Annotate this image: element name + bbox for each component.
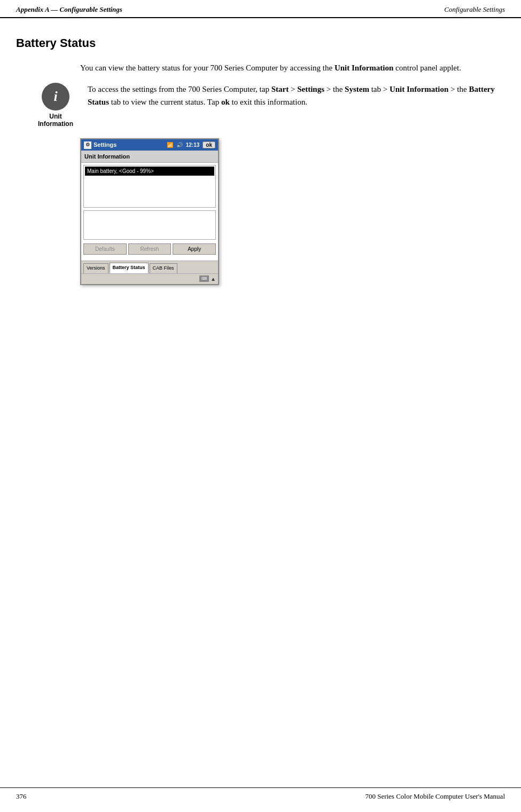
speaker-icon: 🔊 [176,141,183,149]
intro-text2: control panel applet. [393,64,461,72]
apply-button[interactable]: Apply [173,243,216,255]
ce-titlebar-right: 📶 🔊 12:13 ok [167,141,215,149]
defaults-button[interactable]: Defaults [83,243,127,255]
page-content: Battery Status You can view the battery … [0,18,521,301]
ce-buttons-row: Defaults Refresh Apply [83,242,216,256]
note7: to exit this information. [230,98,307,106]
info-icon-label: Unit Information [38,113,73,128]
scroll-up-icon: ▲ [211,275,216,283]
ce-listbox[interactable]: Main battery, <Good - 99%> [83,165,216,208]
note-bold2: Settings [297,85,324,93]
intro-bold1: Unit Information [335,64,393,72]
tab-versions[interactable]: Versions [83,263,108,273]
footer-page-number: 376 [16,791,27,802]
icon-label-line2: Information [38,120,73,128]
note-bold4: Unit Information [390,85,448,93]
ce-titlebar: ⚙ Settings 📶 🔊 12:13 ok [81,139,218,151]
refresh-button[interactable]: Refresh [128,243,172,255]
page-footer: 376 700 Series Color Mobile Computer Use… [0,787,521,802]
info-icon-circle: i [42,83,69,111]
ce-screen: ⚙ Settings 📶 🔊 12:13 ok Unit Information… [80,138,219,285]
intro-paragraph: You can view the battery status for your… [80,61,505,74]
info-row: i Unit Information To access the setting… [32,83,505,128]
settings-app-icon: ⚙ [84,141,91,149]
note3: > the [324,85,345,93]
ce-time: 12:13 [186,141,200,149]
note-bold3: System [345,85,369,93]
ce-tab-bar: Versions Battery Status CAB Files [81,261,218,273]
icon-label-line1: Unit [49,113,61,120]
ce-detailbox [83,210,216,240]
info-icon-block: i Unit Information [32,83,79,128]
section-title: Battery Status [16,34,505,52]
ce-main: Main battery, <Good - 99%> Defaults Refr… [81,163,218,261]
header-left: Appendix A — Configurable Settings [16,4,122,15]
note5: > the [448,85,469,93]
note2: > [289,85,297,93]
ce-titlebar-left: ⚙ Settings [84,140,116,149]
note4: tab > [369,85,390,93]
intro-text1: You can view the battery status for your… [80,64,335,72]
signal-icon: 📶 [167,141,173,149]
ce-window-title: Unit Information [81,151,218,163]
note1: To access the settings from the 700 Seri… [88,85,271,93]
note-bold6: ok [221,98,230,106]
ce-listbox-item: Main battery, <Good - 99%> [85,167,214,176]
header-right: Configurable Settings [444,4,505,15]
note6: tab to view the current status. Tap [109,98,221,106]
tab-battery-status[interactable]: Battery Status [110,263,149,273]
ce-titlebar-title: Settings [94,140,116,149]
tab-cab-files[interactable]: CAB Files [150,263,177,273]
screenshot-wrapper: ⚙ Settings 📶 🔊 12:13 ok Unit Information… [80,138,505,285]
note-text: To access the settings from the 700 Seri… [88,83,505,108]
info-icon-i: i [53,86,57,107]
keyboard-icon[interactable]: ⌨ [199,275,209,282]
ce-ok-button[interactable]: ok [203,141,215,148]
note-bold1: Start [271,85,289,93]
footer-book-title: 700 Series Color Mobile Computer User's … [365,791,505,802]
ce-bottombar: ⌨ ▲ [81,273,218,284]
page-header: Appendix A — Configurable Settings Confi… [0,0,521,18]
